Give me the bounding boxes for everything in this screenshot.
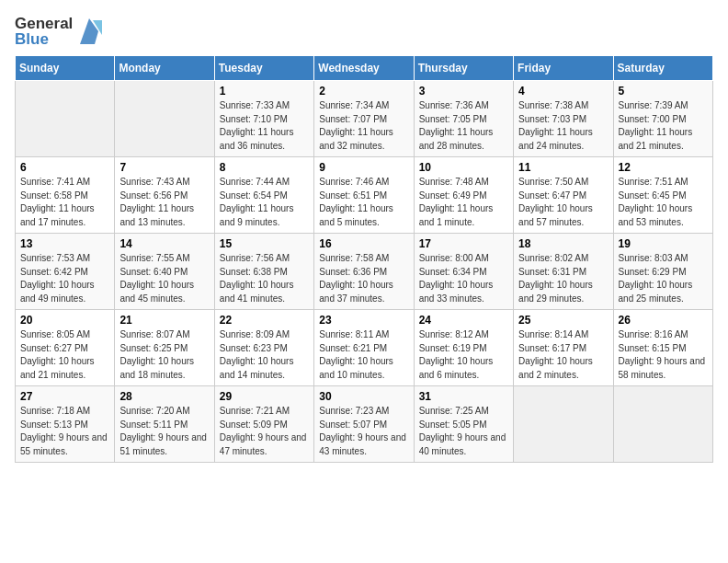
day-detail: Sunrise: 8:11 AM Sunset: 6:21 PM Dayligh… bbox=[319, 328, 408, 382]
day-detail: Sunrise: 7:53 AM Sunset: 6:42 PM Dayligh… bbox=[20, 252, 109, 305]
day-detail: Sunrise: 7:18 AM Sunset: 5:13 PM Dayligh… bbox=[20, 405, 109, 458]
day-detail: Sunrise: 7:44 AM Sunset: 6:54 PM Dayligh… bbox=[220, 176, 309, 229]
day-detail: Sunrise: 8:02 AM Sunset: 6:31 PM Dayligh… bbox=[518, 252, 608, 305]
day-number: 6 bbox=[20, 161, 109, 174]
calendar-cell: 4Sunrise: 7:38 AM Sunset: 7:03 PM Daylig… bbox=[514, 81, 613, 157]
logo-icon bbox=[76, 15, 102, 48]
calendar-cell: 23Sunrise: 8:11 AM Sunset: 6:21 PM Dayli… bbox=[314, 310, 414, 386]
calendar-cell: 9Sunrise: 7:46 AM Sunset: 6:51 PM Daylig… bbox=[314, 157, 414, 234]
calendar-header: SundayMondayTuesdayWednesdayThursdayFrid… bbox=[16, 56, 713, 81]
calendar-cell bbox=[115, 81, 214, 157]
logo: General Blue bbox=[15, 15, 102, 48]
calendar-cell: 1Sunrise: 7:33 AM Sunset: 7:10 PM Daylig… bbox=[214, 81, 313, 157]
day-number: 26 bbox=[619, 314, 708, 327]
day-detail: Sunrise: 8:16 AM Sunset: 6:15 PM Dayligh… bbox=[619, 328, 708, 382]
calendar-cell: 12Sunrise: 7:51 AM Sunset: 6:45 PM Dayli… bbox=[613, 157, 712, 234]
day-detail: Sunrise: 7:21 AM Sunset: 5:09 PM Dayligh… bbox=[220, 405, 309, 458]
day-detail: Sunrise: 7:46 AM Sunset: 6:51 PM Dayligh… bbox=[319, 176, 408, 229]
day-number: 15 bbox=[220, 237, 309, 250]
calendar-cell bbox=[514, 386, 613, 463]
calendar-cell: 31Sunrise: 7:25 AM Sunset: 5:05 PM Dayli… bbox=[414, 386, 513, 463]
calendar-cell: 29Sunrise: 7:21 AM Sunset: 5:09 PM Dayli… bbox=[214, 386, 313, 463]
calendar-table: SundayMondayTuesdayWednesdayThursdayFrid… bbox=[15, 55, 713, 463]
weekday-header-thursday: Thursday bbox=[414, 56, 513, 81]
day-number: 12 bbox=[619, 161, 708, 174]
day-detail: Sunrise: 7:20 AM Sunset: 5:11 PM Dayligh… bbox=[119, 405, 209, 458]
calendar-cell: 19Sunrise: 8:03 AM Sunset: 6:29 PM Dayli… bbox=[613, 234, 712, 310]
calendar-cell: 6Sunrise: 7:41 AM Sunset: 6:58 PM Daylig… bbox=[16, 157, 115, 234]
calendar-cell: 17Sunrise: 8:00 AM Sunset: 6:34 PM Dayli… bbox=[414, 234, 513, 310]
day-detail: Sunrise: 7:23 AM Sunset: 5:07 PM Dayligh… bbox=[319, 405, 408, 458]
weekday-header-tuesday: Tuesday bbox=[214, 56, 313, 81]
day-number: 11 bbox=[518, 161, 608, 174]
weekday-header-sunday: Sunday bbox=[16, 56, 115, 81]
day-detail: Sunrise: 7:33 AM Sunset: 7:10 PM Dayligh… bbox=[220, 99, 309, 153]
calendar-cell: 21Sunrise: 8:07 AM Sunset: 6:25 PM Dayli… bbox=[115, 310, 214, 386]
calendar-cell bbox=[16, 81, 115, 157]
calendar-cell: 14Sunrise: 7:55 AM Sunset: 6:40 PM Dayli… bbox=[115, 234, 214, 310]
day-detail: Sunrise: 7:58 AM Sunset: 6:36 PM Dayligh… bbox=[319, 252, 408, 305]
week-row-1: 1Sunrise: 7:33 AM Sunset: 7:10 PM Daylig… bbox=[16, 81, 713, 157]
day-number: 19 bbox=[619, 237, 708, 250]
day-number: 5 bbox=[619, 85, 708, 98]
logo-container: General Blue bbox=[15, 15, 102, 48]
logo-blue: Blue bbox=[15, 31, 73, 47]
calendar-cell: 26Sunrise: 8:16 AM Sunset: 6:15 PM Dayli… bbox=[613, 310, 712, 386]
day-detail: Sunrise: 7:43 AM Sunset: 6:56 PM Dayligh… bbox=[119, 176, 209, 229]
day-number: 14 bbox=[119, 237, 209, 250]
day-detail: Sunrise: 8:09 AM Sunset: 6:23 PM Dayligh… bbox=[220, 328, 309, 382]
day-detail: Sunrise: 7:36 AM Sunset: 7:05 PM Dayligh… bbox=[419, 99, 508, 153]
calendar-cell: 20Sunrise: 8:05 AM Sunset: 6:27 PM Dayli… bbox=[16, 310, 115, 386]
day-number: 28 bbox=[119, 390, 209, 403]
weekday-header-friday: Friday bbox=[514, 56, 613, 81]
day-number: 23 bbox=[319, 314, 408, 327]
calendar-cell: 27Sunrise: 7:18 AM Sunset: 5:13 PM Dayli… bbox=[16, 386, 115, 463]
calendar-cell: 8Sunrise: 7:44 AM Sunset: 6:54 PM Daylig… bbox=[214, 157, 313, 234]
day-detail: Sunrise: 7:25 AM Sunset: 5:05 PM Dayligh… bbox=[419, 405, 508, 458]
day-number: 17 bbox=[419, 237, 508, 250]
day-detail: Sunrise: 7:50 AM Sunset: 6:47 PM Dayligh… bbox=[518, 176, 608, 229]
week-row-2: 6Sunrise: 7:41 AM Sunset: 6:58 PM Daylig… bbox=[16, 157, 713, 234]
day-detail: Sunrise: 8:14 AM Sunset: 6:17 PM Dayligh… bbox=[518, 328, 608, 382]
day-detail: Sunrise: 7:41 AM Sunset: 6:58 PM Dayligh… bbox=[20, 176, 109, 229]
calendar-cell bbox=[613, 386, 712, 463]
calendar-cell: 18Sunrise: 8:02 AM Sunset: 6:31 PM Dayli… bbox=[514, 234, 613, 310]
day-number: 31 bbox=[419, 390, 508, 403]
day-number: 9 bbox=[319, 161, 408, 174]
calendar-cell: 16Sunrise: 7:58 AM Sunset: 6:36 PM Dayli… bbox=[314, 234, 414, 310]
day-number: 21 bbox=[119, 314, 209, 327]
day-detail: Sunrise: 8:00 AM Sunset: 6:34 PM Dayligh… bbox=[419, 252, 508, 305]
week-row-3: 13Sunrise: 7:53 AM Sunset: 6:42 PM Dayli… bbox=[16, 234, 713, 310]
day-number: 10 bbox=[419, 161, 508, 174]
day-detail: Sunrise: 8:03 AM Sunset: 6:29 PM Dayligh… bbox=[619, 252, 708, 305]
weekday-header-wednesday: Wednesday bbox=[314, 56, 414, 81]
calendar-cell: 25Sunrise: 8:14 AM Sunset: 6:17 PM Dayli… bbox=[514, 310, 613, 386]
week-row-4: 20Sunrise: 8:05 AM Sunset: 6:27 PM Dayli… bbox=[16, 310, 713, 386]
day-number: 20 bbox=[20, 314, 109, 327]
day-detail: Sunrise: 8:05 AM Sunset: 6:27 PM Dayligh… bbox=[20, 328, 109, 382]
day-number: 18 bbox=[518, 237, 608, 250]
day-number: 4 bbox=[518, 85, 608, 98]
day-number: 7 bbox=[119, 161, 209, 174]
weekday-header-saturday: Saturday bbox=[613, 56, 712, 81]
day-number: 27 bbox=[20, 390, 109, 403]
weekday-header-monday: Monday bbox=[115, 56, 214, 81]
day-detail: Sunrise: 7:48 AM Sunset: 6:49 PM Dayligh… bbox=[419, 176, 508, 229]
logo-general: General bbox=[15, 16, 73, 31]
calendar-cell: 13Sunrise: 7:53 AM Sunset: 6:42 PM Dayli… bbox=[16, 234, 115, 310]
day-detail: Sunrise: 7:38 AM Sunset: 7:03 PM Dayligh… bbox=[518, 99, 608, 153]
page-header: General Blue bbox=[15, 15, 713, 48]
day-number: 2 bbox=[319, 85, 408, 98]
calendar-cell: 7Sunrise: 7:43 AM Sunset: 6:56 PM Daylig… bbox=[115, 157, 214, 234]
day-detail: Sunrise: 7:55 AM Sunset: 6:40 PM Dayligh… bbox=[119, 252, 209, 305]
day-number: 16 bbox=[319, 237, 408, 250]
day-number: 24 bbox=[419, 314, 508, 327]
day-detail: Sunrise: 7:34 AM Sunset: 7:07 PM Dayligh… bbox=[319, 99, 408, 153]
day-detail: Sunrise: 8:12 AM Sunset: 6:19 PM Dayligh… bbox=[419, 328, 508, 382]
day-number: 29 bbox=[220, 390, 309, 403]
day-number: 8 bbox=[220, 161, 309, 174]
day-number: 30 bbox=[319, 390, 408, 403]
calendar-cell: 24Sunrise: 8:12 AM Sunset: 6:19 PM Dayli… bbox=[414, 310, 513, 386]
day-number: 22 bbox=[220, 314, 309, 327]
day-number: 13 bbox=[20, 237, 109, 250]
